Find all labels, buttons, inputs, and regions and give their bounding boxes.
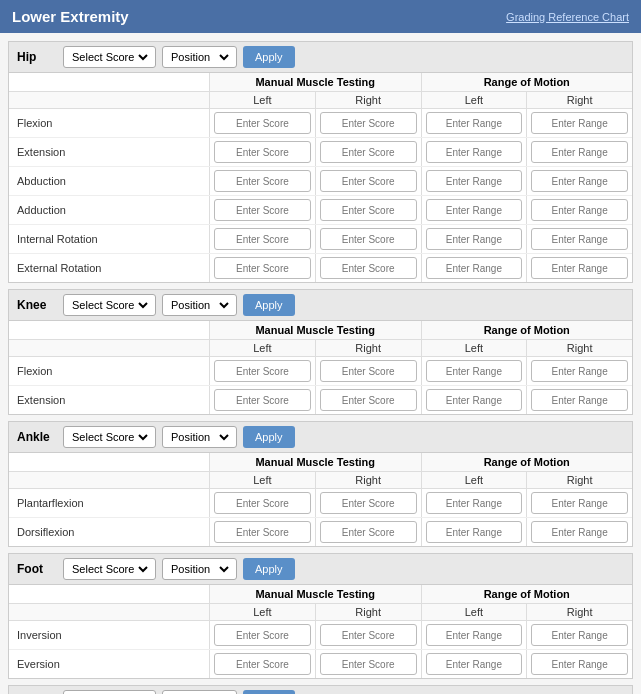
ankle-row-1-input-1[interactable]	[320, 521, 417, 543]
hip-row-4-input-3[interactable]	[531, 228, 628, 250]
knee-score-select[interactable]: Select Score	[68, 298, 151, 312]
hip-row-1-input-1[interactable]	[320, 141, 417, 163]
grading-reference-link[interactable]: Grading Reference Chart	[506, 11, 629, 23]
foot-row-0-input-3[interactable]	[531, 624, 628, 646]
knee-score-select-box[interactable]: Select Score	[63, 294, 156, 316]
foot-col-group-headers: Manual Muscle TestingRange of Motion	[9, 585, 632, 604]
hip-position-select-box[interactable]: Position	[162, 46, 237, 68]
foot-row-1-cell-3	[526, 650, 632, 678]
hip-row-3-label: Adduction	[9, 199, 209, 221]
ankle-empty-header	[9, 453, 209, 471]
hip-row-1-cell-2	[421, 138, 527, 166]
ankle-row-1-input-2[interactable]	[426, 521, 523, 543]
foot-position-select[interactable]: Position	[167, 562, 232, 576]
hip-row-0-input-1[interactable]	[320, 112, 417, 134]
ankle-position-select-box[interactable]: Position	[162, 426, 237, 448]
hip-row-5-input-1[interactable]	[320, 257, 417, 279]
hip-row-1-input-3[interactable]	[531, 141, 628, 163]
hip-row-4-input-2[interactable]	[426, 228, 523, 250]
hip-row-2-cell-1	[315, 167, 421, 195]
hip-row-2-input-3[interactable]	[531, 170, 628, 192]
ankle-row-1-input-0[interactable]	[214, 521, 311, 543]
hip-row-4-cell-2	[421, 225, 527, 253]
knee-position-select-box[interactable]: Position	[162, 294, 237, 316]
hip-row-5-input-3[interactable]	[531, 257, 628, 279]
trunk-score-select-box[interactable]: Select Score	[63, 690, 156, 694]
knee-row-1-cell-0	[209, 386, 315, 414]
ankle-row-0-input-0[interactable]	[214, 492, 311, 514]
foot-position-select-box[interactable]: Position	[162, 558, 237, 580]
hip-score-select[interactable]: Select Score	[68, 50, 151, 64]
knee-row-1: Extension	[9, 386, 632, 414]
ankle-apply-button[interactable]: Apply	[243, 426, 295, 448]
knee-row-1-input-3[interactable]	[531, 389, 628, 411]
hip-row-3-input-1[interactable]	[320, 199, 417, 221]
hip-row-0-input-0[interactable]	[214, 112, 311, 134]
knee-row-0-input-0[interactable]	[214, 360, 311, 382]
ankle-score-select-box[interactable]: Select Score	[63, 426, 156, 448]
foot-apply-button[interactable]: Apply	[243, 558, 295, 580]
knee-position-select[interactable]: Position	[167, 298, 232, 312]
ankle-row-0-input-3[interactable]	[531, 492, 628, 514]
hip-row-2-input-0[interactable]	[214, 170, 311, 192]
ankle-row-0-input-1[interactable]	[320, 492, 417, 514]
hip-row-1-input-2[interactable]	[426, 141, 523, 163]
hip-row-4: Internal Rotation	[9, 225, 632, 254]
knee-row-0-input-1[interactable]	[320, 360, 417, 382]
hip-row-0-label: Flexion	[9, 112, 209, 134]
foot-row-0-input-0[interactable]	[214, 624, 311, 646]
hip-row-5-input-0[interactable]	[214, 257, 311, 279]
knee-row-1-input-1[interactable]	[320, 389, 417, 411]
hip-row-5-input-2[interactable]	[426, 257, 523, 279]
hip-row-3-input-0[interactable]	[214, 199, 311, 221]
foot-row-0-input-2[interactable]	[426, 624, 523, 646]
hip-score-select-box[interactable]: Select Score	[63, 46, 156, 68]
hip-row-0-input-3[interactable]	[531, 112, 628, 134]
foot-rom-header: Range of Motion	[421, 585, 633, 603]
knee-row-0-input-2[interactable]	[426, 360, 523, 382]
ankle-score-select[interactable]: Select Score	[68, 430, 151, 444]
foot-row-1-input-0[interactable]	[214, 653, 311, 675]
ankle-row-0: Plantarflexion	[9, 489, 632, 518]
knee-sub-header-left: Left	[209, 340, 315, 356]
hip-empty-header	[9, 73, 209, 91]
trunk-position-select-box[interactable]: Position	[162, 690, 237, 694]
foot-row-1-input-1[interactable]	[320, 653, 417, 675]
hip-row-2-input-2[interactable]	[426, 170, 523, 192]
hip-row-3-input-2[interactable]	[426, 199, 523, 221]
foot-score-select-box[interactable]: Select Score	[63, 558, 156, 580]
hip-row-4-cell-1	[315, 225, 421, 253]
hip-row-1-label: Extension	[9, 141, 209, 163]
section-foot: FootSelect ScorePositionApplyManual Musc…	[8, 553, 633, 679]
foot-row-1-input-3[interactable]	[531, 653, 628, 675]
hip-row-0-input-2[interactable]	[426, 112, 523, 134]
hip-row-0-cell-3	[526, 109, 632, 137]
hip-row-4-input-0[interactable]	[214, 228, 311, 250]
hip-row-3-input-3[interactable]	[531, 199, 628, 221]
hip-position-select[interactable]: Position	[167, 50, 232, 64]
trunk-header-row: TrunkSelect ScorePositionApply	[9, 686, 632, 694]
hip-row-1-input-0[interactable]	[214, 141, 311, 163]
hip-row-2-input-1[interactable]	[320, 170, 417, 192]
ankle-position-select[interactable]: Position	[167, 430, 232, 444]
foot-row-1-input-2[interactable]	[426, 653, 523, 675]
knee-row-1-input-2[interactable]	[426, 389, 523, 411]
ankle-mmt-header: Manual Muscle Testing	[209, 453, 421, 471]
foot-empty-header	[9, 585, 209, 603]
ankle-row-1-label: Dorsiflexion	[9, 521, 209, 543]
ankle-sub-headers: LeftRightLeftRight	[9, 472, 632, 489]
foot-row-0-input-1[interactable]	[320, 624, 417, 646]
hip-row-4-input-1[interactable]	[320, 228, 417, 250]
hip-row-2-cell-2	[421, 167, 527, 195]
hip-sub-header-right2: Right	[526, 92, 632, 108]
ankle-row-1-input-3[interactable]	[531, 521, 628, 543]
hip-apply-button[interactable]: Apply	[243, 46, 295, 68]
foot-score-select[interactable]: Select Score	[68, 562, 151, 576]
knee-row-0-input-3[interactable]	[531, 360, 628, 382]
foot-sub-header-left2: Left	[421, 604, 527, 620]
ankle-row-0-input-2[interactable]	[426, 492, 523, 514]
hip-sub-headers: LeftRightLeftRight	[9, 92, 632, 109]
trunk-apply-button[interactable]: Apply	[243, 690, 295, 694]
knee-apply-button[interactable]: Apply	[243, 294, 295, 316]
knee-row-1-input-0[interactable]	[214, 389, 311, 411]
